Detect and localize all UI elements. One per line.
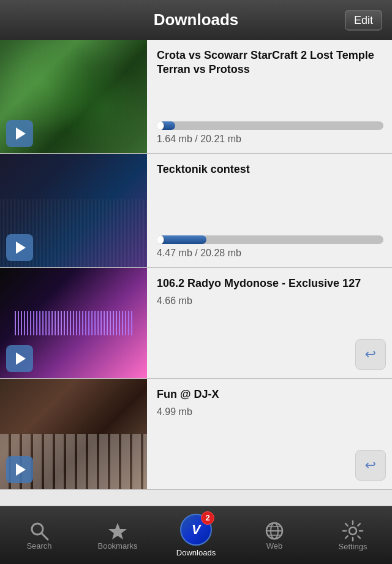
item-title-2: Tecktonik contest bbox=[157, 162, 383, 177]
list-item: Tecktonik contest 4.47 mb / 20.28 mb bbox=[0, 154, 392, 268]
tab-settings[interactable]: Settings bbox=[314, 506, 392, 565]
edit-button[interactable]: Edit bbox=[345, 10, 382, 30]
item-content-4: Fun @ DJ-X 4.99 mb ↪ bbox=[147, 379, 392, 489]
item-size-4: 4.99 mb bbox=[157, 406, 383, 417]
tab-web[interactable]: Web bbox=[235, 506, 314, 565]
header: Downloads Edit bbox=[0, 0, 392, 40]
downloads-icon-container: V 2 bbox=[180, 514, 212, 546]
item-size-3: 4.66 mb bbox=[157, 295, 383, 307]
svg-line-14 bbox=[358, 536, 360, 538]
tab-downloads-label: Downloads bbox=[176, 548, 216, 557]
item-content-2: Tecktonik contest 4.47 mb / 20.28 mb bbox=[147, 154, 392, 267]
tab-bar: Search Bookmarks V 2 Downloads Web bbox=[0, 506, 392, 564]
item-size-1: 1.64 mb / 20.21 mb bbox=[157, 134, 383, 145]
progress-bar-2 bbox=[157, 235, 383, 244]
svg-line-16 bbox=[345, 536, 348, 538]
bookmarks-icon bbox=[107, 520, 128, 541]
item-content-1: Crota vs Scowarr StarCraft 2 Lost Temple… bbox=[147, 40, 392, 153]
share-icon-4: ↪ bbox=[365, 457, 376, 473]
progress-fill-2 bbox=[157, 235, 206, 244]
svg-marker-2 bbox=[108, 523, 127, 539]
tab-search[interactable]: Search bbox=[0, 506, 78, 565]
share-button-4[interactable]: ↪ bbox=[355, 450, 386, 481]
svg-point-8 bbox=[349, 527, 356, 535]
tab-search-label: Search bbox=[26, 541, 51, 551]
thumbnail-2 bbox=[0, 154, 147, 267]
thumbnail-4 bbox=[0, 379, 147, 489]
play-button-3[interactable] bbox=[6, 345, 33, 372]
progress-bar-1 bbox=[157, 121, 383, 130]
tab-downloads[interactable]: V 2 Downloads bbox=[157, 506, 235, 565]
tab-web-label: Web bbox=[266, 541, 283, 551]
item-content-3: 106.2 Radyo Mydonose - Exclusive 127 4.6… bbox=[147, 268, 392, 378]
play-button-4[interactable] bbox=[6, 456, 33, 483]
progress-fill-1 bbox=[157, 121, 175, 130]
tab-bookmarks[interactable]: Bookmarks bbox=[78, 506, 157, 565]
veetle-v-letter: V bbox=[192, 522, 201, 538]
tab-bookmarks-label: Bookmarks bbox=[97, 541, 137, 551]
list-item: Fun @ DJ-X 4.99 mb ↪ bbox=[0, 379, 392, 490]
list-item: 106.2 Radyo Mydonose - Exclusive 127 4.6… bbox=[0, 268, 392, 379]
thumbnail-1 bbox=[0, 40, 147, 153]
list-item: Crota vs Scowarr StarCraft 2 Lost Temple… bbox=[0, 40, 392, 154]
download-list: Crota vs Scowarr StarCraft 2 Lost Temple… bbox=[0, 40, 392, 490]
web-icon bbox=[264, 520, 285, 541]
svg-line-15 bbox=[358, 524, 360, 526]
downloads-badge: 2 bbox=[201, 511, 214, 525]
gear-icon bbox=[342, 520, 364, 542]
tab-settings-label: Settings bbox=[339, 542, 368, 551]
search-icon bbox=[29, 520, 50, 541]
item-size-2: 4.47 mb / 20.28 mb bbox=[157, 248, 383, 259]
svg-line-1 bbox=[42, 533, 48, 539]
share-icon-3: ↪ bbox=[365, 346, 376, 362]
share-button-3[interactable]: ↪ bbox=[355, 339, 386, 370]
play-button-1[interactable] bbox=[6, 120, 33, 147]
thumbnail-3 bbox=[0, 268, 147, 378]
play-button-2[interactable] bbox=[6, 234, 33, 261]
item-title-1: Crota vs Scowarr StarCraft 2 Lost Temple… bbox=[157, 48, 383, 77]
item-title-4: Fun @ DJ-X bbox=[157, 387, 383, 402]
page-title: Downloads bbox=[154, 10, 239, 29]
item-title-3: 106.2 Radyo Mydonose - Exclusive 127 bbox=[157, 276, 383, 291]
svg-line-13 bbox=[345, 524, 348, 526]
